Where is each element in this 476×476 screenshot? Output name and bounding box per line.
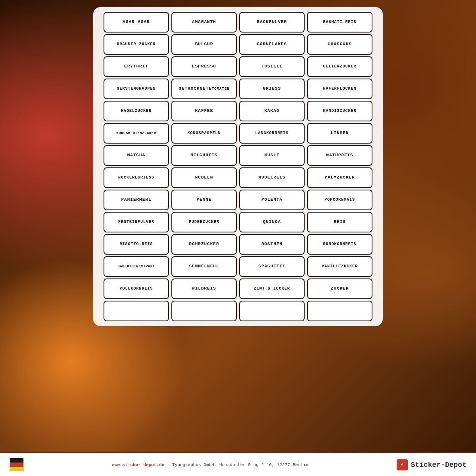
sticker-row-5: KOKOSBLÜTENZUCKERKOKOSRASPELNLANGKORNREI… [97,123,379,144]
sticker-row-3: GERSTENGRAUPENGETROCKNETETOMATENGRIESSHA… [97,79,379,99]
sticker-row-2: ERYTHRITESPRESSOFUSILLIGELIERZUCKER [97,56,379,77]
german-flag-icon [10,458,24,472]
sticker-row-8: PANIERMEHLPENNEPOLENTAPOPCORNMAIS [97,190,379,210]
sticker-label-1-1[interactable]: BULGUR [171,34,237,55]
sticker-label-9-3[interactable]: REIS [307,212,372,232]
sticker-label-5-1[interactable]: KOKOSRASPELN [171,123,237,144]
sticker-label-1-3[interactable]: COUSCOUS [307,34,372,55]
sticker-label-5-2[interactable]: LANGKORNREIS [239,123,305,144]
sticker-label-0-2[interactable]: BACKPULVER [239,12,305,33]
sticker-label-13-2[interactable]: EMPTY [239,301,305,321]
sticker-label-8-1[interactable]: PENNE [171,190,237,210]
sticker-label-3-2[interactable]: GRIESS [239,79,305,99]
sticker-label-11-0[interactable]: SAUERTEIGEXTRAKT [104,256,169,277]
sticker-label-11-2[interactable]: SPAGHETTI [239,256,305,277]
sticker-label-2-3[interactable]: GELIERZUCKER [307,56,372,77]
footer-brand: Sticker-Depot [411,461,466,469]
sticker-row-11: SAUERTEIGEXTRAKTSEMMELMEHLSPAGHETTIVANIL… [97,256,379,277]
sticker-row-0: AGAR-AGARAMARANTHBACKPULVERBASMATI-REIS [97,12,379,33]
footer-separator: · [167,463,172,467]
sticker-label-4-3[interactable]: KANDISZUCKER [307,101,372,121]
sticker-label-0-0[interactable]: AGAR-AGAR [104,12,169,33]
sticker-sheet: AGAR-AGARAMARANTHBACKPULVERBASMATI-REISB… [93,7,383,326]
sticker-label-8-3[interactable]: POPCORNMAIS [307,190,372,210]
sticker-label-6-1[interactable]: MILCHREIS [171,145,237,166]
sticker-label-8-0[interactable]: PANIERMEHL [104,190,169,210]
footer: www.sticker-depot.de · Typographus GmbH,… [0,453,476,476]
sticker-label-10-1[interactable]: ROHRZUCKER [171,234,237,255]
sticker-label-6-2[interactable]: MÜSLI [239,145,305,166]
sticker-row-9: PROTEINPULVERPUDERZUCKERQUINOAREIS [97,212,379,232]
sticker-label-5-0[interactable]: KOKOSBLÜTENZUCKER [104,123,169,144]
page: AGAR-AGARAMARANTHBACKPULVERBASMATI-REISB… [0,0,476,476]
sticker-label-9-2[interactable]: QUINOA [239,212,305,232]
sticker-label-11-1[interactable]: SEMMELMEHL [171,256,237,277]
sticker-label-3-3[interactable]: HAFERFLOCKEN [307,79,372,99]
sticker-label-9-0[interactable]: PROTEINPULVER [104,212,169,232]
sticker-row-13: EMPTYEMPTYEMPTYEMPTY [97,301,379,321]
sticker-label-7-0[interactable]: NOCKERLGRIESS [104,167,169,188]
sticker-label-3-1[interactable]: GETROCKNETETOMATEN [171,79,237,99]
flag-black [10,458,23,463]
sticker-label-0-1[interactable]: AMARANTH [171,12,237,33]
flag-gold [10,467,23,471]
footer-center: www.sticker-depot.de · Typographus GmbH,… [112,463,308,467]
sticker-row-7: NOCKERLGRIESSNUDELNNUDELREISPALMZUCKER [97,167,379,188]
sticker-label-0-3[interactable]: BASMATI-REIS [307,12,372,33]
sticker-label-2-2[interactable]: FUSILLI [239,56,305,77]
sticker-label-13-3[interactable]: EMPTY [307,301,372,321]
sticker-label-8-2[interactable]: POLENTA [239,190,305,210]
sticker-label-1-0[interactable]: BRAUNER ZUCKER [104,34,169,55]
sticker-label-10-3[interactable]: RUNDKORNREIS [307,234,372,255]
sticker-label-13-1[interactable]: EMPTY [171,301,237,321]
footer-website[interactable]: www.sticker-depot.de [112,463,164,467]
sticker-label-4-1[interactable]: KAFFEE [171,101,237,121]
sticker-label-10-2[interactable]: ROSINEN [239,234,305,255]
sticker-label-13-0[interactable]: EMPTY [104,301,169,321]
sticker-row-4: HAGELZUCKERKAFFEEKAKAOKANDISZUCKER [97,101,379,121]
sticker-label-3-0[interactable]: GERSTENGRAUPEN [104,79,169,99]
sticker-label-5-3[interactable]: LINSEN [307,123,372,144]
sticker-label-6-0[interactable]: MATCHA [104,145,169,166]
sticker-label-7-3[interactable]: PALMZUCKER [307,167,372,188]
sticker-label-7-1[interactable]: NUDELN [171,167,237,188]
footer-right: ⚡ Sticker-Depot [397,459,466,470]
sticker-row-1: BRAUNER ZUCKERBULGURCORNFLAKESCOUSCOUS [97,34,379,55]
sticker-row-10: RISOTTO-REISROHRZUCKERROSINENRUNDKORNREI… [97,234,379,255]
footer-address: Typographus GmbH, Nunsdorfer Ring 2-10, … [172,463,308,467]
sticker-label-4-2[interactable]: KAKAO [239,101,305,121]
sticker-label-10-0[interactable]: RISOTTO-REIS [104,234,169,255]
flag-red [10,463,23,467]
sticker-label-2-1[interactable]: ESPRESSO [171,56,237,77]
sticker-label-12-2[interactable]: ZIMT & ZUCKER [239,278,305,299]
sticker-label-12-0[interactable]: VOLLKORNREIS [104,278,169,299]
sticker-row-12: VOLLKORNREISWILDREISZIMT & ZUCKERZUCKER [97,278,379,299]
sticker-row-6: MATCHAMILCHREISMÜSLINATURREIS [97,145,379,166]
sticker-label-12-3[interactable]: ZUCKER [307,278,372,299]
sticker-label-7-2[interactable]: NUDELREIS [239,167,305,188]
footer-left [10,458,24,472]
sticker-label-1-2[interactable]: CORNFLAKES [239,34,305,55]
sticker-label-12-1[interactable]: WILDREIS [171,278,237,299]
sticker-label-11-3[interactable]: VANILLEZUCKER [307,256,372,277]
sticker-label-6-3[interactable]: NATURREIS [307,145,372,166]
sticker-label-4-0[interactable]: HAGELZUCKER [104,101,169,121]
sticker-label-2-0[interactable]: ERYTHRIT [104,56,169,77]
sticker-depot-logo-icon: ⚡ [397,459,408,470]
sticker-label-9-1[interactable]: PUDERZUCKER [171,212,237,232]
